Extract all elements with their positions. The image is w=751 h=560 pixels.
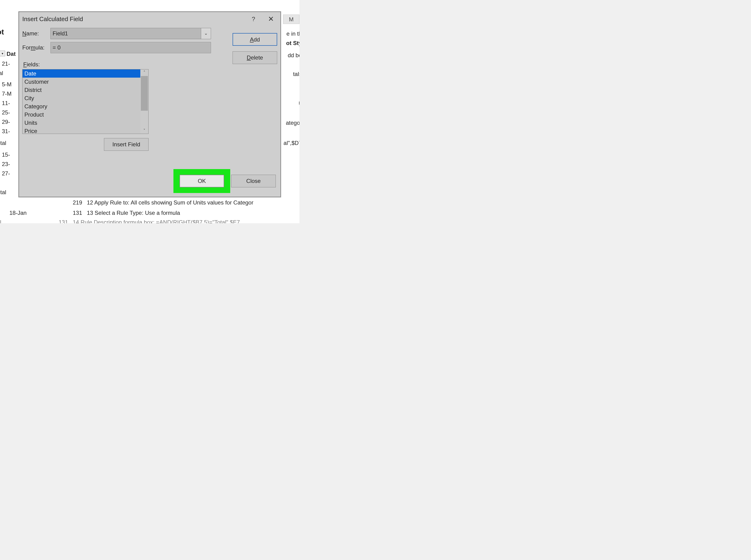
field-item-units[interactable]: Units (22, 119, 140, 127)
ok-button-highlight: OK (173, 169, 230, 193)
scroll-down-icon[interactable]: ˅ (140, 127, 148, 134)
filter-dropdown-icon[interactable]: ▾ (0, 51, 5, 56)
cell[interactable]: 13 Select a Rule Type: Use a formula (87, 209, 300, 216)
name-label: Name: (22, 30, 51, 37)
cell[interactable]: 18-Jan (9, 209, 56, 216)
cell[interactable]: tal (0, 219, 42, 223)
bg-text-fragment: n (299, 99, 300, 106)
row-fragment: 29- (0, 117, 19, 127)
fields-listbox[interactable]: Date Customer District City Category Pro… (22, 69, 149, 134)
close-button[interactable]: Close (231, 175, 276, 187)
row-fragment: otal (0, 138, 19, 148)
insert-calculated-field-dialog: Insert Calculated Field ? ✕ Name: ⌄ Form… (19, 12, 281, 197)
row-fragment: 21- (0, 59, 19, 68)
background-title-fragment: ivot (0, 28, 4, 36)
row-fragment: 5-M (0, 80, 19, 89)
close-icon[interactable]: ✕ (265, 14, 277, 24)
cell[interactable]: 131 (42, 219, 73, 223)
field-item-customer[interactable]: Customer (22, 78, 140, 86)
cell[interactable]: 131 (56, 209, 87, 216)
scrollbar-thumb[interactable] (141, 76, 148, 111)
bg-text-fragment: dd bo (288, 52, 300, 59)
field-item-category[interactable]: Category (22, 102, 140, 111)
chevron-down-icon: ⌄ (204, 31, 208, 36)
row-fragment: 23- (0, 159, 19, 169)
bg-text-fragment: e in th (287, 31, 300, 37)
row-fragment: 31- (0, 127, 19, 136)
field-item-district[interactable]: District (22, 86, 140, 94)
bg-text-fragment: ot Sty (286, 40, 300, 46)
dialog-title: Insert Calculated Field (22, 16, 243, 23)
formula-input[interactable] (51, 42, 211, 53)
listbox-scrollbar[interactable]: ˄ ˅ (140, 69, 148, 134)
cell[interactable]: 219 (56, 199, 87, 206)
row-fragment: 27- (0, 169, 19, 178)
scroll-up-icon[interactable]: ˄ (140, 69, 148, 76)
row-fragment: 25- (0, 108, 19, 117)
bg-text-fragment: tals (293, 71, 300, 77)
sheet-row: 219 12 Apply Rule to: All cells showing … (9, 198, 300, 207)
dialog-titlebar: Insert Calculated Field ? ✕ (19, 12, 281, 26)
add-button[interactable]: Add (233, 33, 277, 46)
bg-text-fragment: al",$D7 (284, 140, 300, 146)
name-input[interactable] (51, 28, 201, 39)
field-item-product[interactable]: Product (22, 111, 140, 119)
row-fragment: 15- (0, 150, 19, 159)
sheet-row: 18-Jan 131 13 Select a Rule Type: Use a … (9, 208, 300, 218)
row-fragment: tal (0, 68, 19, 78)
field-item-price[interactable]: Price (22, 127, 140, 134)
help-button[interactable]: ? (247, 14, 260, 24)
row-fragment: otal (0, 187, 19, 197)
column-header-date-fragment: Dat (6, 51, 16, 57)
cell[interactable]: 12 Apply Rule to: All cells showing Sum … (87, 199, 300, 206)
name-dropdown-button[interactable]: ⌄ (201, 28, 211, 39)
row-fragment: 11- (0, 99, 19, 108)
sheet-row: tal 131 14 Rule Description formula box:… (9, 218, 300, 223)
row-fragment: 7-M (0, 89, 19, 99)
formula-label: Formula: (22, 44, 51, 51)
cell[interactable]: 14 Rule Description formula box: =AND(RI… (73, 219, 300, 223)
delete-button[interactable]: Delete (233, 52, 277, 64)
insert-field-button[interactable]: Insert Field (104, 138, 149, 151)
field-item-city[interactable]: City (22, 94, 140, 102)
ok-button[interactable]: OK (179, 175, 224, 187)
field-item-date[interactable]: Date (22, 69, 140, 78)
bg-text-fragment: ategor (286, 120, 300, 126)
column-header-m[interactable]: M (283, 15, 300, 24)
